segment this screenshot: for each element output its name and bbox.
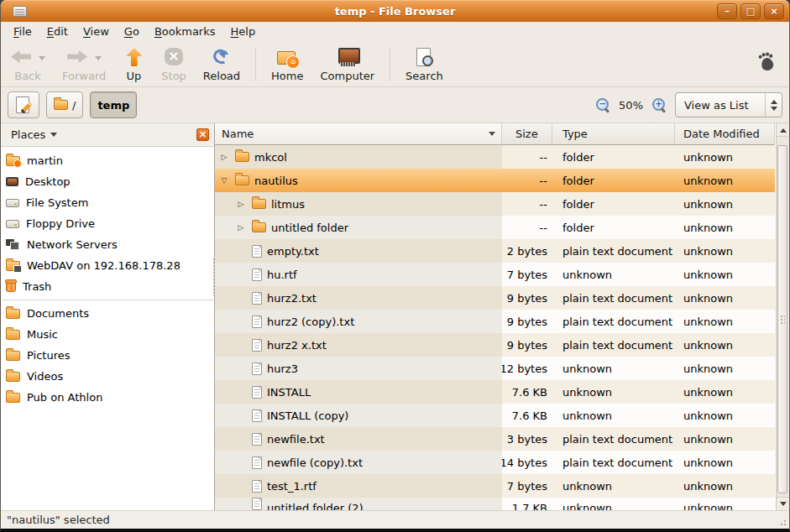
titlebar[interactable]: temp - File Browser – □ × xyxy=(1,0,789,22)
file-row[interactable]: hurz3 12 bytes unknown unknown xyxy=(215,357,775,380)
sidebar-item[interactable]: Videos xyxy=(1,366,214,387)
toolbar-button[interactable]: Search xyxy=(400,43,449,86)
file-row[interactable]: untitled folder (2) 1.7 KB unknown unkno… xyxy=(215,498,775,510)
file-type: folder xyxy=(552,145,675,169)
file-row[interactable]: litmus -- folder unknown xyxy=(215,192,775,216)
menu-item-label: Help xyxy=(231,25,256,38)
file-date-modified: unknown xyxy=(675,239,775,263)
close-icon: × xyxy=(770,7,777,16)
toolbar-button[interactable]: Reload xyxy=(197,43,246,86)
toolbar-button-icon xyxy=(276,47,298,67)
dropdown-arrow-icon[interactable] xyxy=(39,56,45,64)
column-header-size[interactable]: Size xyxy=(502,123,552,145)
sidebar-item[interactable]: martin xyxy=(1,150,214,171)
arrow-up-icon xyxy=(780,125,787,133)
sidebar-item[interactable]: Trash xyxy=(1,276,214,297)
toolbar-button-label: Home xyxy=(271,70,303,82)
file-row[interactable]: hurz2.txt 9 bytes plain text document un… xyxy=(215,286,775,310)
sidebar-item[interactable]: WebDAV on 192.168.178.28 xyxy=(1,255,214,276)
edit-location-button[interactable] xyxy=(8,91,39,118)
vertical-scrollbar[interactable] xyxy=(776,123,789,510)
scrollbar-grip xyxy=(780,315,785,325)
dropdown-arrow-icon[interactable] xyxy=(95,56,102,64)
sidebar-item[interactable]: Floppy Drive xyxy=(1,213,214,234)
column-header-date-modified[interactable]: Date Modified xyxy=(675,123,775,145)
file-date-modified: unknown xyxy=(675,286,775,310)
file-date-modified: unknown xyxy=(675,333,775,357)
file-date-modified: unknown xyxy=(675,310,775,333)
menu-item[interactable]: Edit xyxy=(39,23,76,39)
menu-item[interactable]: Bookmarks xyxy=(147,23,223,39)
sidebar-item[interactable]: Music xyxy=(1,324,214,345)
sidebar-item[interactable]: Documents xyxy=(1,303,214,324)
resize-grip[interactable] xyxy=(777,516,787,527)
toolbar-button-label: Up xyxy=(126,70,141,82)
toolbar-button-icon xyxy=(123,47,144,67)
column-header-type[interactable]: Type xyxy=(552,123,675,145)
toolbar-button[interactable]: Computer xyxy=(314,43,380,86)
scrollbar-thumb[interactable] xyxy=(777,145,787,493)
file-type-icon xyxy=(252,222,266,232)
minimize-icon: – xyxy=(725,7,730,16)
sidebar-item[interactable]: Pub on Athlon xyxy=(1,387,214,408)
file-type: unknown xyxy=(552,357,675,380)
place-label: Trash xyxy=(23,280,51,293)
file-type: folder xyxy=(552,169,675,192)
menu-item[interactable]: Help xyxy=(223,23,264,39)
sidebar-item[interactable]: File System xyxy=(1,192,214,213)
sidebar-close-button[interactable] xyxy=(196,128,209,141)
file-row[interactable]: hurz2 x.txt 9 bytes plain text document … xyxy=(215,333,775,357)
folder-icon xyxy=(54,100,68,110)
menu-item[interactable]: View xyxy=(76,23,117,39)
expander-icon[interactable] xyxy=(218,169,230,192)
file-type: unknown xyxy=(552,404,675,427)
scroll-up-button[interactable] xyxy=(777,123,789,137)
toolbar-button[interactable]: Back xyxy=(4,43,51,86)
minimize-button[interactable]: – xyxy=(717,3,737,19)
maximize-button[interactable]: □ xyxy=(740,3,761,19)
expander-icon[interactable] xyxy=(235,216,247,239)
file-type-icon xyxy=(252,339,262,352)
file-date-modified: unknown xyxy=(675,404,775,427)
sidebar-mode-select[interactable]: Places xyxy=(6,127,62,143)
place-label: Floppy Drive xyxy=(26,217,95,230)
file-type: plain text document xyxy=(552,239,675,263)
file-type-icon xyxy=(252,456,262,469)
current-path-button[interactable]: temp xyxy=(90,91,137,118)
file-row[interactable]: empty.txt 2 bytes plain text document un… xyxy=(215,239,775,263)
expander-icon[interactable] xyxy=(218,145,230,169)
sidebar-item[interactable]: Pictures xyxy=(1,345,214,366)
view-mode-select[interactable]: View as List xyxy=(675,92,782,117)
sidebar-item[interactable]: Desktop xyxy=(1,171,214,192)
file-row[interactable]: test_1.rtf 7 bytes unknown unknown xyxy=(215,474,775,498)
file-name: mkcol xyxy=(254,151,287,164)
file-size: 1.7 KB xyxy=(502,498,552,510)
file-row[interactable]: hurz2 (copy).txt 9 bytes plain text docu… xyxy=(215,310,775,333)
toolbar-button-label: Back xyxy=(14,70,41,82)
root-path-button[interactable]: / xyxy=(46,91,83,118)
file-row[interactable]: untitled folder -- folder unknown xyxy=(215,216,775,239)
file-type: unknown xyxy=(552,474,675,498)
file-name: newfile.txt xyxy=(267,433,325,446)
column-header-name[interactable]: Name xyxy=(215,123,502,145)
file-row[interactable]: mkcol -- folder unknown xyxy=(215,145,775,169)
expander-icon[interactable] xyxy=(235,192,247,216)
scroll-down-button[interactable] xyxy=(777,497,789,510)
close-button[interactable]: × xyxy=(764,3,784,19)
toolbar-button[interactable]: Forward xyxy=(56,43,112,86)
file-row[interactable]: INSTALL (copy) 7.6 KB unknown unknown xyxy=(215,404,775,427)
zoom-out-button[interactable] xyxy=(595,97,610,112)
menu-item[interactable]: Go xyxy=(117,23,147,39)
sidebar-item[interactable]: Network Servers xyxy=(1,234,214,255)
toolbar-button[interactable]: Stop xyxy=(155,43,192,86)
file-row[interactable]: newfile (copy).txt 14 bytes plain text d… xyxy=(215,451,775,474)
file-row[interactable]: newfile.txt 3 bytes plain text document … xyxy=(215,427,775,451)
gnome-throbber-icon xyxy=(749,43,786,86)
menu-item[interactable]: File xyxy=(6,23,39,39)
file-row[interactable]: nautilus -- folder unknown xyxy=(215,169,775,192)
file-row[interactable]: INSTALL 7.6 KB unknown unknown xyxy=(215,380,775,404)
file-row[interactable]: hu.rtf 7 bytes unknown unknown xyxy=(215,263,775,286)
toolbar-button[interactable]: Up xyxy=(117,43,150,86)
toolbar-button[interactable]: Home xyxy=(265,43,309,86)
zoom-in-button[interactable] xyxy=(651,97,667,112)
